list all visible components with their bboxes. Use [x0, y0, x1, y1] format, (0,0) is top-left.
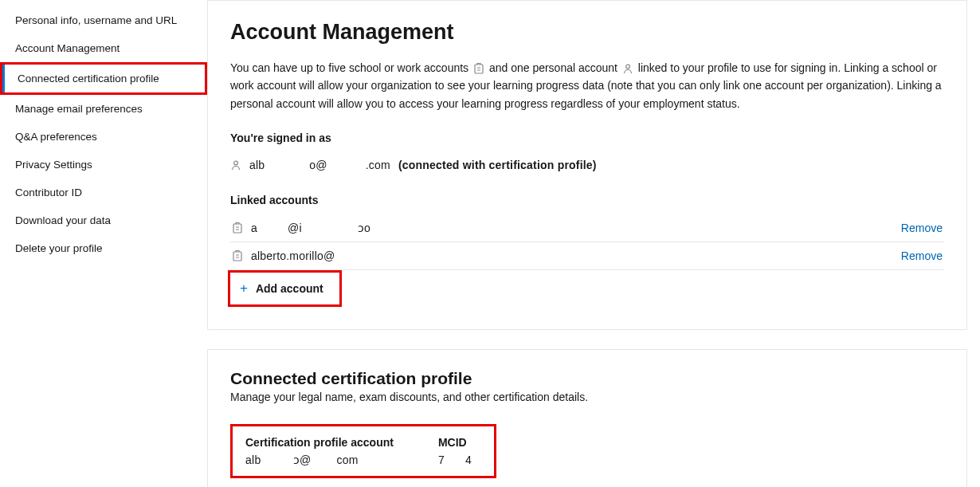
- sidebar-item-delete-profile[interactable]: Delete your profile: [0, 234, 207, 262]
- linked-accounts-label: Linked accounts: [230, 194, 944, 206]
- sidebar-item-privacy[interactable]: Privacy Settings: [0, 151, 207, 179]
- sidebar: Personal info, username and URL Account …: [0, 0, 207, 487]
- signed-in-row: albo@.com (connected with certification …: [230, 152, 944, 178]
- plus-icon: +: [240, 281, 248, 297]
- account-management-section: Account Management You can have up to fi…: [207, 0, 967, 330]
- cert-details-highlight: Certification profile account albɔ@com M…: [230, 424, 496, 478]
- linked-accounts-list: a@iɔo Remove alberto.morillo@ Remove: [230, 214, 944, 270]
- linked-account-row: a@iɔo Remove: [230, 214, 944, 242]
- sidebar-item-connected-cert[interactable]: Connected certification profile: [2, 65, 205, 92]
- svg-rect-3: [233, 224, 241, 233]
- person-icon: [622, 63, 633, 74]
- linked-account-row: alberto.morillo@ Remove: [230, 242, 944, 270]
- section-description: Manage your legal name, exam discounts, …: [230, 388, 944, 406]
- sidebar-item-account-management[interactable]: Account Management: [0, 34, 207, 62]
- svg-rect-0: [475, 65, 483, 73]
- add-account-button[interactable]: + Add account: [230, 273, 339, 304]
- badge-icon: [473, 62, 484, 75]
- section-description: You can have up to five school or work a…: [230, 59, 944, 112]
- mcid-header: MCID: [438, 436, 472, 449]
- signed-in-email: albo@.com (connected with certification …: [249, 159, 944, 171]
- badge-icon: [232, 222, 243, 234]
- remove-link[interactable]: Remove: [901, 222, 943, 234]
- svg-point-1: [626, 65, 630, 69]
- sidebar-item-download-data[interactable]: Download your data: [0, 206, 207, 234]
- sidebar-item-email-prefs[interactable]: Manage email preferences: [0, 95, 207, 123]
- sidebar-item-qa-prefs[interactable]: Q&A preferences: [0, 123, 207, 151]
- sidebar-highlight-box: Connected certification profile: [0, 62, 207, 95]
- remove-link[interactable]: Remove: [901, 249, 943, 262]
- main-content: Account Management You can have up to fi…: [207, 0, 980, 487]
- sidebar-item-personal-info[interactable]: Personal info, username and URL: [0, 6, 207, 34]
- section-heading: Connected certification profile: [230, 369, 944, 388]
- sidebar-item-contributor-id[interactable]: Contributor ID: [0, 179, 207, 206]
- cert-account-value: albɔ@com: [245, 454, 394, 466]
- section-heading: Account Management: [230, 20, 944, 45]
- mcid-value: 74: [438, 454, 472, 466]
- connected-cert-section: Connected certification profile Manage y…: [207, 349, 967, 487]
- signed-in-note: (connected with certification profile): [398, 159, 597, 171]
- mcid-col: MCID 74: [438, 436, 472, 466]
- linked-account-email: a@iɔo: [251, 222, 901, 234]
- signed-in-label: You're signed in as: [230, 132, 944, 144]
- person-icon: [230, 159, 241, 171]
- cert-account-col: Certification profile account albɔ@com: [245, 436, 394, 466]
- svg-rect-4: [233, 252, 241, 261]
- badge-icon: [232, 249, 243, 262]
- add-account-highlight: + Add account: [228, 270, 342, 307]
- svg-point-2: [234, 161, 238, 165]
- linked-account-email: alberto.morillo@: [251, 249, 901, 262]
- cert-account-header: Certification profile account: [245, 436, 394, 449]
